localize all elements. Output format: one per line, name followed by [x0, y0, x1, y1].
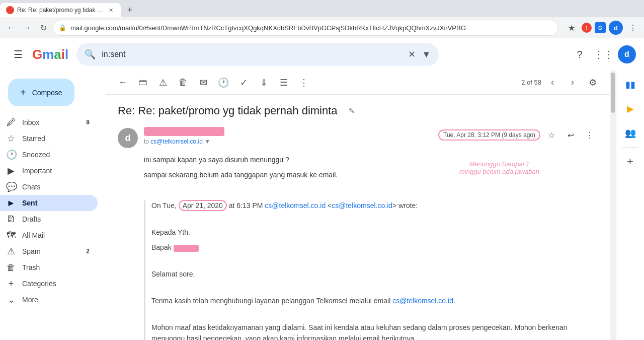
reload-button[interactable]: ↻: [36, 21, 50, 35]
reply-button[interactable]: ↩: [562, 127, 579, 143]
meet-icon[interactable]: ▮▮: [620, 75, 640, 95]
report-spam-button[interactable]: ⚠: [154, 74, 172, 92]
help-button[interactable]: ?: [570, 44, 590, 64]
tab-close-button[interactable]: ✕: [107, 6, 115, 14]
sidebar-badge-inbox: 9: [86, 119, 90, 126]
contacts-icon[interactable]: 👥: [620, 123, 640, 143]
spam-icon: ⚠: [6, 246, 16, 257]
scrollbar-thumb[interactable]: [611, 73, 615, 113]
email-content: Re: Re: paket/promo yg tidak pernah dimi…: [106, 95, 610, 340]
search-clear-button[interactable]: ✕: [408, 49, 416, 60]
sidebar-label-trash: Trash: [22, 263, 90, 271]
incognito-profile[interactable]: d: [609, 21, 623, 35]
back-button[interactable]: ←: [4, 21, 18, 35]
sidebar-item-snoozed[interactable]: 🕐 Snoozed: [0, 147, 98, 163]
more-email-actions-button[interactable]: ⋮: [582, 127, 598, 143]
sidebar-item-inbox[interactable]: 🖉 Inbox 9: [0, 114, 98, 130]
categories-icon: +: [6, 279, 16, 289]
sidebar-item-sent[interactable]: ► Sent: [0, 195, 98, 211]
sidebar-item-categories[interactable]: + Categories: [0, 276, 98, 292]
move-to-button[interactable]: ⇓: [255, 74, 273, 92]
star-email-button[interactable]: ☆: [543, 127, 559, 143]
new-tab-button[interactable]: +: [123, 3, 137, 17]
tasks-icon[interactable]: ▶: [620, 99, 640, 119]
sidebar-badge-spam: 2: [86, 248, 90, 255]
search-filter-button[interactable]: ▼: [422, 49, 431, 60]
sidebar-label-categories: Categories: [22, 280, 90, 288]
apps-button[interactable]: ⋮⋮: [594, 44, 614, 64]
tab-title: Re: Re: paket/promo yg tidak per...: [17, 7, 104, 14]
menu-button[interactable]: ☰: [8, 44, 28, 64]
mark-unread-button[interactable]: ✉: [194, 74, 212, 92]
sidebar-item-trash[interactable]: 🗑 Trash: [0, 259, 98, 276]
archive-button[interactable]: 🗃: [134, 74, 152, 92]
lock-icon: 🔒: [59, 24, 66, 31]
quoted-para1-link[interactable]: cs@telkomsel.co.id: [392, 297, 453, 305]
sidebar-item-more[interactable]: ⌄ More: [0, 292, 98, 308]
prev-email-button[interactable]: ‹: [543, 74, 561, 92]
more-actions-button[interactable]: ⋮: [295, 74, 313, 92]
quoted-email-link1[interactable]: cs@telkomsel.co.id: [265, 201, 326, 210]
delete-button[interactable]: 🗑: [174, 74, 192, 92]
url-text: mail.google.com/mail/u/0/#sent/DmwnWrRmT…: [70, 24, 552, 32]
search-bar[interactable]: 🔍 ✕ ▼: [76, 43, 439, 66]
star-icon: ☆: [6, 133, 16, 144]
user-avatar[interactable]: d: [618, 45, 636, 63]
sidebar-item-all-mail[interactable]: 🗺 All Mail: [0, 227, 98, 243]
search-icon: 🔍: [85, 49, 96, 60]
quoted-bapak: Bapak: [151, 242, 598, 253]
email-header: d to cs@telkomsel.co.id ▼ Tue, Apr 28, 3…: [118, 127, 598, 148]
scrollbar-track[interactable]: [610, 71, 616, 340]
bookmark-button[interactable]: ★: [565, 21, 579, 35]
sender-name-highlight: [144, 127, 224, 136]
right-panel: ▮▮ ▶ 👥 +: [616, 71, 644, 340]
allmail-icon: 🗺: [6, 230, 16, 241]
edit-subject-button[interactable]: ✎: [344, 103, 360, 119]
sidebar-label-starred: Starred: [22, 134, 90, 143]
draft-icon: 🖹: [6, 214, 16, 225]
sidebar-label-chats: Chats: [22, 183, 90, 191]
label-button[interactable]: ☰: [275, 74, 293, 92]
inbox-icon: 🖉: [6, 117, 16, 128]
sender-avatar: d: [118, 128, 138, 148]
quoted-intro: On Tue, Apr 21, 2020 at 6:13 PM cs@telko…: [151, 200, 598, 211]
sidebar-label-spam: Spam: [22, 247, 80, 255]
to-email-link[interactable]: cs@telkomsel.co.id: [150, 138, 203, 145]
settings-button[interactable]: ⚙: [584, 74, 602, 92]
snooze-button[interactable]: 🕐: [214, 74, 232, 92]
gmail-logo: Gmail: [32, 47, 68, 62]
sent-icon: ►: [6, 198, 16, 209]
sidebar-item-drafts[interactable]: 🖹 Drafts: [0, 211, 98, 227]
extension-red-icon: !: [582, 23, 592, 33]
done-button[interactable]: ✓: [234, 74, 253, 92]
sidebar: + Compose 🖉 Inbox 9 ☆ Starred 🕐 Snoozed …: [0, 71, 106, 340]
browser-menu-button[interactable]: ⋮: [626, 21, 640, 35]
email-actions: Tue, Apr 28, 3:12 PM (9 days ago) ☆ ↩ ⋮: [438, 127, 598, 143]
back-to-list-button[interactable]: ←: [114, 74, 132, 92]
quoted-para1: Terima kasih telah menghubungi layanan p…: [151, 295, 598, 306]
sidebar-item-chats[interactable]: 💬 Chats: [0, 179, 98, 195]
next-email-button[interactable]: ›: [564, 74, 582, 92]
dropdown-arrow[interactable]: ▼: [204, 138, 210, 145]
forward-button[interactable]: →: [20, 21, 34, 35]
sidebar-item-important[interactable]: ▶ Important: [0, 163, 98, 179]
quoted-para2: Mohon maaf atas ketidaknyamanan yang dia…: [151, 322, 598, 340]
compose-button[interactable]: + Compose: [8, 79, 74, 106]
name-redacted-highlight: [174, 245, 199, 252]
sidebar-item-starred[interactable]: ☆ Starred: [0, 130, 98, 147]
quoted-email-link2[interactable]: cs@telkomsel.co.id: [332, 201, 392, 210]
search-input[interactable]: [102, 50, 402, 59]
body-line1: ini sampai kapan ya saya disuruh menungg…: [144, 154, 598, 165]
email-date: Tue, Apr 28, 3:12 PM (9 days ago): [438, 129, 540, 141]
url-bar[interactable]: 🔒 mail.google.com/mail/u/0/#sent/DmwnWrR…: [52, 20, 558, 36]
email-toolbar: ← 🗃 ⚠ 🗑 ✉ 🕐 ✓ ⇓ ☰ ⋮ 2 of 58 ‹ › ⚙: [106, 71, 610, 95]
active-tab[interactable]: Re: Re: paket/promo yg tidak per... ✕: [0, 3, 121, 17]
body-line2: sampai sekarang belum ada tanggapan yang…: [144, 169, 598, 180]
sidebar-item-spam[interactable]: ⚠ Spam 2: [0, 243, 98, 259]
sidebar-label-important: Important: [22, 167, 90, 175]
quoted-kepada: Kepada Yth.: [151, 227, 598, 238]
email-subject: Re: Re: paket/promo yg tidak pernah dimi…: [118, 103, 598, 119]
sidebar-label-snoozed: Snoozed: [22, 151, 90, 159]
add-panel-button[interactable]: +: [620, 152, 640, 172]
tab-favicon: [6, 6, 14, 14]
